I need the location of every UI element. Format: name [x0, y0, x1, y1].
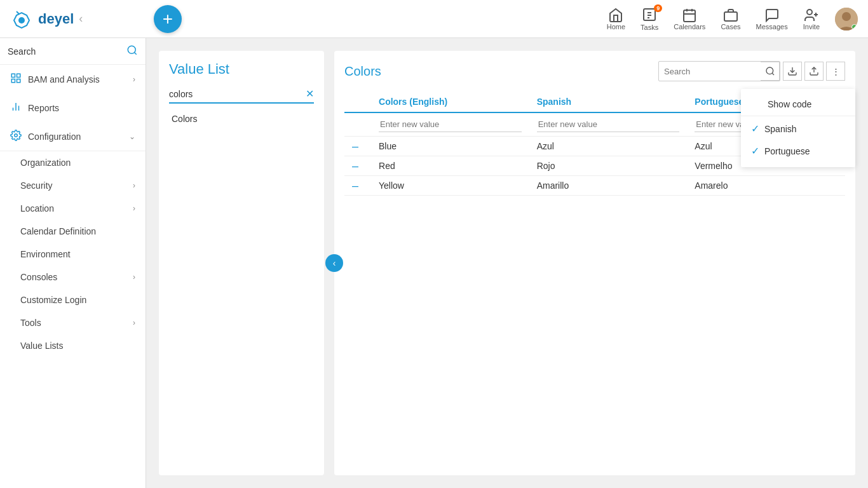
sidebar-search-input[interactable]: [8, 46, 126, 57]
dropdown-item-show-code[interactable]: Show code: [741, 94, 855, 114]
sidebar-search-area: [0, 38, 146, 65]
sidebar: BAM and Analysis › Reports Configuration…: [0, 38, 146, 488]
spanish-check-icon: ✓: [751, 123, 759, 135]
row-blue-remove-cell: –: [344, 137, 371, 156]
svg-rect-21: [17, 79, 20, 83]
invite-label: Invite: [803, 23, 820, 30]
tasks-badge: 9: [654, 4, 662, 12]
svg-rect-10: [724, 12, 737, 21]
colors-search-input[interactable]: [659, 64, 761, 79]
svg-rect-6: [684, 10, 695, 22]
value-lists-label: Value Lists: [20, 341, 63, 351]
remove-yellow-icon[interactable]: –: [352, 180, 358, 191]
sidebar-item-value-lists[interactable]: Value Lists: [0, 334, 146, 357]
row-blue-spanish: Azul: [529, 137, 688, 156]
logo-text: deyel: [38, 11, 74, 27]
svg-line-17: [134, 52, 136, 54]
search-button[interactable]: [761, 62, 780, 81]
nav-invite[interactable]: Invite: [803, 8, 820, 30]
row-red-spanish: Rojo: [529, 156, 688, 176]
nav-tasks[interactable]: 9 Tasks: [641, 7, 658, 31]
security-chevron-icon: ›: [133, 181, 135, 190]
download-button[interactable]: [783, 62, 802, 81]
svg-point-16: [128, 46, 135, 53]
sidebar-item-environment[interactable]: Environment: [0, 243, 146, 266]
row-red-remove-cell: –: [344, 156, 371, 176]
row-blue-english: Blue: [371, 137, 529, 156]
row-yellow-remove-cell: –: [344, 176, 371, 196]
nav-calendars[interactable]: Calendars: [674, 8, 705, 30]
value-list-panel: Value List ✕ Colors: [159, 51, 324, 475]
new-value-english-input[interactable]: [379, 117, 522, 132]
svg-point-25: [15, 134, 18, 137]
svg-point-0: [18, 17, 25, 24]
sidebar-item-customize-login[interactable]: Customize Login: [0, 288, 146, 311]
user-avatar[interactable]: [835, 8, 858, 30]
collapse-handle[interactable]: ‹: [325, 254, 343, 272]
location-chevron-icon: ›: [133, 204, 135, 213]
calendars-icon: [682, 8, 697, 23]
sidebar-item-calendar-definition[interactable]: Calendar Definition: [0, 220, 146, 243]
colors-title: Colors: [344, 64, 658, 79]
home-label: Home: [607, 23, 625, 30]
colors-panel: ‹ Colors: [334, 51, 855, 475]
sidebar-search-icon[interactable]: [126, 44, 138, 58]
remove-red-icon[interactable]: –: [352, 160, 358, 172]
nav-messages[interactable]: Messages: [756, 8, 788, 30]
consoles-chevron-icon: ›: [133, 273, 135, 281]
sidebar-toggle-icon[interactable]: ‹: [79, 12, 83, 25]
svg-rect-19: [17, 74, 20, 77]
top-navigation: deyel ‹ Home 9 Tasks: [0, 0, 868, 38]
portuguese-check-icon: ✓: [751, 145, 759, 157]
sidebar-item-location[interactable]: Location ›: [0, 197, 146, 220]
dropdown-menu: Show code ✓ Spanish ✓ Portuguese: [741, 89, 855, 167]
portuguese-label: Portuguese: [764, 146, 810, 156]
sidebar-item-bam[interactable]: BAM and Analysis ›: [0, 65, 146, 93]
new-value-spanish-input[interactable]: [537, 117, 680, 132]
new-value-english-cell: [371, 112, 529, 137]
clear-search-icon[interactable]: ✕: [306, 88, 314, 100]
bam-chevron-icon: ›: [133, 75, 135, 84]
cases-label: Cases: [721, 23, 740, 30]
bam-icon: [10, 72, 22, 86]
new-row-spacer: [344, 112, 371, 137]
sidebar-item-consoles[interactable]: Consoles ›: [0, 266, 146, 288]
calendar-def-label: Calendar Definition: [20, 226, 96, 236]
add-button[interactable]: +: [154, 5, 182, 33]
messages-label: Messages: [756, 23, 788, 30]
colors-header: Colors: [344, 61, 845, 81]
svg-point-15: [842, 12, 851, 21]
colors-toolbar: ⋮: [658, 61, 845, 81]
new-value-spanish-cell: [529, 112, 688, 137]
sidebar-item-configuration[interactable]: Configuration ⌄: [0, 122, 146, 151]
row-yellow-portuguese: Amarelo: [687, 176, 845, 196]
sidebar-item-organization[interactable]: Organization: [0, 151, 146, 174]
cases-icon: [723, 8, 738, 23]
show-code-label: Show code: [768, 99, 811, 109]
dropdown-item-spanish[interactable]: ✓ Spanish: [741, 118, 855, 140]
svg-rect-18: [11, 74, 15, 77]
nav-home[interactable]: Home: [607, 8, 625, 30]
upload-button[interactable]: [804, 62, 824, 81]
reports-icon: [10, 101, 22, 114]
nav-cases[interactable]: Cases: [721, 8, 740, 30]
svg-line-1: [17, 11, 19, 14]
remove-blue-icon[interactable]: –: [352, 140, 358, 152]
location-label: Location: [20, 203, 54, 214]
row-yellow-spanish: Amarillo: [529, 176, 688, 196]
invite-icon: [804, 8, 819, 23]
sidebar-item-tools[interactable]: Tools ›: [0, 311, 146, 334]
more-options-button[interactable]: ⋮: [826, 62, 845, 81]
nav-icons: Home 9 Tasks Calendars: [607, 7, 858, 31]
table-row: – Yellow Amarillo Amarelo: [344, 176, 845, 196]
spanish-label: Spanish: [764, 124, 797, 134]
customize-login-label: Customize Login: [20, 295, 86, 305]
col-header-remove: [344, 92, 371, 112]
svg-point-26: [766, 67, 773, 74]
sidebar-item-reports[interactable]: Reports: [0, 93, 146, 122]
sidebar-item-security[interactable]: Security ›: [0, 174, 146, 197]
list-item-colors[interactable]: Colors: [169, 109, 314, 129]
value-list-search-input[interactable]: [169, 89, 306, 99]
tools-chevron-icon: ›: [133, 318, 135, 327]
dropdown-item-portuguese[interactable]: ✓ Portuguese: [741, 140, 855, 162]
